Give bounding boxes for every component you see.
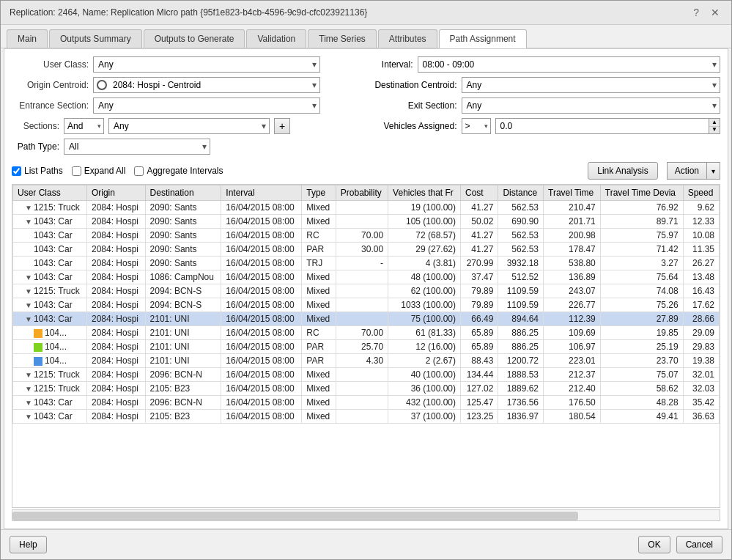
exit-section-combo[interactable]: Any ▾ bbox=[462, 97, 721, 114]
cell-interval: 16/04/2015 08:00 bbox=[221, 229, 302, 243]
cell-interval: 16/04/2015 08:00 bbox=[221, 368, 302, 382]
tab-main[interactable]: Main bbox=[7, 29, 48, 48]
user-class-combo[interactable]: Any ▾ bbox=[93, 56, 320, 73]
table-row[interactable]: ▼1043: Car2084: Hospi2094: BCN-S16/04/20… bbox=[13, 298, 720, 312]
entrance-section-arrow[interactable]: ▾ bbox=[309, 100, 319, 111]
origin-centroid-combo[interactable]: 2084: Hospi - Centroid ▾ bbox=[93, 77, 320, 93]
table-row[interactable]: ▼1215: Truck2084: Hospi2096: BCN-N16/04/… bbox=[13, 368, 720, 382]
close-button[interactable]: ✕ bbox=[708, 7, 722, 18]
horizontal-scrollbar[interactable] bbox=[12, 509, 720, 521]
vehicles-spin-down[interactable]: ▼ bbox=[709, 126, 720, 134]
col-type: Type bbox=[302, 185, 336, 201]
ok-button[interactable]: OK bbox=[638, 536, 670, 553]
list-paths-label: List Paths bbox=[24, 166, 63, 176]
interval-combo[interactable]: 08:00 - 09:00 ▾ bbox=[418, 56, 721, 73]
table-row[interactable]: ▼1215: Truck2084: Hospi2094: BCN-S16/04/… bbox=[13, 284, 720, 298]
help-button[interactable]: ? bbox=[690, 7, 702, 18]
sections-value-arrow[interactable]: ▾ bbox=[259, 121, 269, 131]
vehicles-operator-arrow[interactable]: ▾ bbox=[482, 122, 490, 130]
vehicles-value-input[interactable] bbox=[495, 118, 709, 134]
cell-type: Mixed bbox=[302, 201, 336, 215]
action-dropdown-button[interactable]: ▾ bbox=[707, 162, 720, 180]
aggregate-intervals-checkbox[interactable]: Aggregate Intervals bbox=[134, 166, 223, 176]
cell-distance: 894.64 bbox=[498, 312, 544, 326]
cancel-button[interactable]: Cancel bbox=[676, 536, 722, 553]
table-row[interactable]: 1043: Car2084: Hospi2090: Sants16/04/201… bbox=[13, 257, 720, 270]
vehicles-operator-combo[interactable]: > ▾ bbox=[462, 118, 491, 134]
origin-centroid-value: 2084: Hospi - Centroid bbox=[110, 78, 309, 92]
expand-icon[interactable]: ▼ bbox=[25, 413, 34, 421]
table-row[interactable]: ▼1043: Car2084: Hospi2105: B2316/04/2015… bbox=[13, 410, 720, 424]
destination-centroid-arrow[interactable]: ▾ bbox=[709, 80, 720, 90]
cell-distance: 1836.97 bbox=[498, 410, 544, 424]
tab-time-series[interactable]: Time Series bbox=[308, 29, 377, 48]
path-color-box bbox=[34, 343, 42, 352]
exit-section-value: Any bbox=[462, 99, 710, 112]
entrance-section-combo[interactable]: Any ▾ bbox=[93, 97, 320, 114]
path-table-container[interactable]: User Class Origin Destination Interval T… bbox=[12, 184, 720, 508]
tab-outputs-summary[interactable]: Outputs Summary bbox=[49, 29, 142, 48]
cell-probability: 4.30 bbox=[336, 354, 388, 368]
tab-validation[interactable]: Validation bbox=[246, 29, 306, 48]
list-paths-checkbox[interactable]: List Paths bbox=[12, 166, 63, 176]
table-row[interactable]: ▼1215: Truck2084: Hospi2090: Sants16/04/… bbox=[13, 201, 720, 215]
path-type-combo[interactable]: All ▾ bbox=[64, 139, 210, 155]
expand-all-check[interactable] bbox=[72, 166, 81, 176]
cell-interval: 16/04/2015 08:00 bbox=[221, 382, 302, 396]
link-analysis-button[interactable]: Link Analysis bbox=[588, 162, 657, 180]
user-class-arrow[interactable]: ▾ bbox=[309, 59, 319, 70]
expand-icon[interactable]: ▼ bbox=[25, 399, 34, 407]
expand-icon[interactable]: ▼ bbox=[25, 371, 34, 379]
cell-type: Mixed bbox=[302, 368, 336, 382]
cell-interval: 16/04/2015 08:00 bbox=[221, 396, 302, 410]
cell-travel-time: 201.71 bbox=[544, 215, 601, 229]
path-type-value: All bbox=[64, 140, 199, 153]
cell-travel-time-dev: 89.71 bbox=[600, 215, 683, 229]
cell-cost: 123.25 bbox=[461, 410, 498, 424]
interval-arrow[interactable]: ▾ bbox=[709, 59, 720, 70]
action-button[interactable]: Action bbox=[667, 162, 707, 180]
cell-distance: 1736.56 bbox=[498, 396, 544, 410]
expand-icon[interactable]: ▼ bbox=[25, 301, 34, 309]
table-row[interactable]: 104...2084: Hospi2101: UNI16/04/2015 08:… bbox=[13, 354, 720, 368]
table-row[interactable]: ▼1043: Car2084: Hospi2090: Sants16/04/20… bbox=[13, 215, 720, 229]
sections-operator-combo[interactable]: And ▾ bbox=[64, 118, 104, 134]
path-type-arrow[interactable]: ▾ bbox=[199, 141, 210, 152]
cell-interval: 16/04/2015 08:00 bbox=[221, 257, 302, 270]
table-row[interactable]: 1043: Car2084: Hospi2090: Sants16/04/201… bbox=[13, 229, 720, 243]
vehicles-spin-up[interactable]: ▲ bbox=[709, 119, 720, 126]
table-row[interactable]: 104...2084: Hospi2101: UNI16/04/2015 08:… bbox=[13, 340, 720, 354]
sections-value-combo[interactable]: Any ▾ bbox=[108, 118, 270, 134]
expand-icon[interactable]: ▼ bbox=[25, 287, 34, 295]
expand-icon[interactable]: ▼ bbox=[25, 273, 34, 281]
table-row[interactable]: 1043: Car2084: Hospi2090: Sants16/04/201… bbox=[13, 243, 720, 257]
expand-all-checkbox[interactable]: Expand All bbox=[72, 166, 126, 176]
table-row[interactable]: ▼1043: Car2084: Hospi2101: UNI16/04/2015… bbox=[13, 312, 720, 326]
tab-outputs-generate[interactable]: Outputs to Generate bbox=[144, 29, 245, 48]
table-row[interactable]: ▼1215: Truck2084: Hospi2105: B2316/04/20… bbox=[13, 382, 720, 396]
tab-attributes[interactable]: Attributes bbox=[378, 29, 437, 48]
list-paths-check[interactable] bbox=[12, 166, 21, 176]
table-row[interactable]: ▼1043: Car2084: Hospi1086: CampNou16/04/… bbox=[13, 270, 720, 284]
sections-operator-arrow[interactable]: ▾ bbox=[95, 122, 103, 130]
cell-destination: 2101: UNI bbox=[145, 340, 221, 354]
cell-type: Mixed bbox=[302, 298, 336, 312]
cell-origin: 2084: Hospi bbox=[86, 243, 145, 257]
expand-icon[interactable]: ▼ bbox=[25, 204, 34, 212]
origin-centroid-arrow[interactable]: ▾ bbox=[309, 80, 319, 90]
table-row[interactable]: ▼1043: Car2084: Hospi2096: BCN-N16/04/20… bbox=[13, 396, 720, 410]
vehicles-spinner[interactable]: ▲ ▼ bbox=[709, 118, 720, 134]
tab-path-assignment[interactable]: Path Assignment bbox=[439, 29, 527, 48]
help-footer-button[interactable]: Help bbox=[10, 536, 47, 553]
expand-icon[interactable]: ▼ bbox=[25, 218, 34, 226]
cell-speed: 32.03 bbox=[683, 382, 719, 396]
destination-centroid-combo[interactable]: Any ▾ bbox=[462, 77, 721, 93]
aggregate-intervals-check[interactable] bbox=[134, 166, 144, 176]
table-row[interactable]: 104...2084: Hospi2101: UNI16/04/2015 08:… bbox=[13, 326, 720, 340]
scrollbar-thumb[interactable] bbox=[12, 512, 578, 520]
expand-icon[interactable]: ▼ bbox=[25, 385, 34, 393]
exit-section-arrow[interactable]: ▾ bbox=[709, 100, 720, 111]
sections-add-button[interactable]: + bbox=[274, 118, 290, 134]
expand-icon[interactable]: ▼ bbox=[25, 315, 34, 323]
cell-travel-time: 538.80 bbox=[544, 257, 601, 270]
